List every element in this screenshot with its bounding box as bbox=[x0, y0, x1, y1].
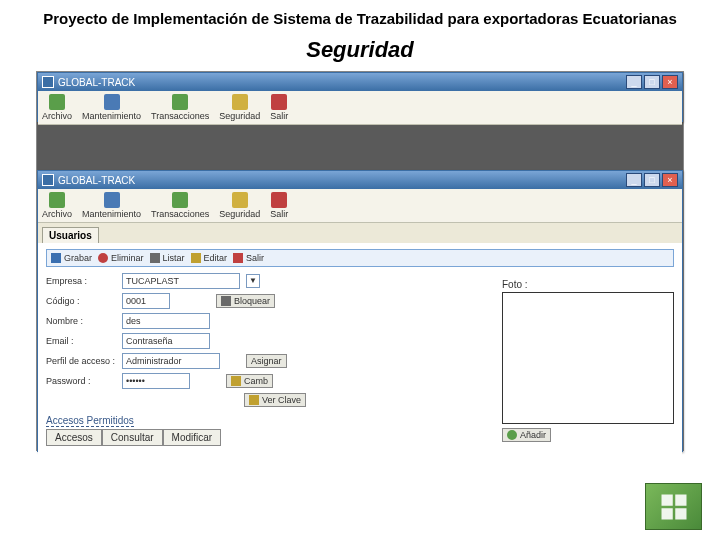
btn-bloquear[interactable]: Bloquear bbox=[216, 294, 275, 308]
col-accesos: Accesos bbox=[46, 429, 102, 446]
chevron-down-icon[interactable]: ▼ bbox=[246, 274, 260, 288]
tb-mantenimiento-2[interactable]: Mantenimiento bbox=[82, 192, 141, 219]
col-consultar: Consultar bbox=[102, 429, 163, 446]
btn-listar[interactable]: Listar bbox=[150, 253, 185, 263]
input-password[interactable]: •••••• bbox=[122, 373, 190, 389]
tb-seguridad[interactable]: Seguridad bbox=[219, 94, 260, 121]
photo-panel: Foto : Añadir bbox=[502, 279, 672, 442]
btn-grabar[interactable]: Grabar bbox=[51, 253, 92, 263]
archivo-icon bbox=[49, 192, 65, 208]
archivo-icon bbox=[49, 94, 65, 110]
btn-asignar[interactable]: Asignar bbox=[246, 354, 287, 368]
salir-icon bbox=[271, 94, 287, 110]
section-heading: Seguridad bbox=[0, 37, 720, 63]
maximize-button[interactable]: □ bbox=[644, 75, 660, 89]
select-empresa[interactable]: TUCAPLAST bbox=[122, 273, 240, 289]
svg-rect-2 bbox=[661, 508, 672, 519]
label-password: Password : bbox=[46, 376, 116, 386]
accesos-title: Accesos Permitidos bbox=[46, 415, 134, 427]
svg-rect-3 bbox=[675, 508, 686, 519]
input-perfil[interactable]: Administrador bbox=[122, 353, 220, 369]
tb-archivo[interactable]: Archivo bbox=[42, 94, 72, 121]
input-nombre[interactable]: des bbox=[122, 313, 210, 329]
svg-rect-1 bbox=[675, 494, 686, 505]
label-email: Email : bbox=[46, 336, 116, 346]
input-email[interactable]: Contraseña bbox=[122, 333, 210, 349]
btn-anadir-foto[interactable]: Añadir bbox=[502, 428, 551, 442]
windows-logo bbox=[645, 483, 702, 530]
app-icon bbox=[42, 76, 54, 88]
delete-icon bbox=[98, 253, 108, 263]
seguridad-icon bbox=[232, 192, 248, 208]
tb-transacciones[interactable]: Transacciones bbox=[151, 94, 209, 121]
col-modificar: Modificar bbox=[163, 429, 222, 446]
window-main-1: GLOBAL-TRACK _ □ × Archivo Mantenimiento… bbox=[37, 72, 683, 122]
minimize-button[interactable]: _ bbox=[626, 173, 642, 187]
titlebar-1: GLOBAL-TRACK _ □ × bbox=[38, 73, 682, 91]
btn-eliminar[interactable]: Eliminar bbox=[98, 253, 144, 263]
tb-salir[interactable]: Salir bbox=[270, 94, 288, 121]
label-perfil: Perfil de acceso : bbox=[46, 356, 116, 366]
tb-transacciones-2[interactable]: Transacciones bbox=[151, 192, 209, 219]
mantenimiento-icon bbox=[104, 94, 120, 110]
windows-icon bbox=[659, 492, 689, 522]
btn-ver-clave[interactable]: Ver Clave bbox=[244, 393, 306, 407]
exit-icon bbox=[233, 253, 243, 263]
toolbar-2: Archivo Mantenimiento Transacciones Segu… bbox=[38, 189, 682, 223]
svg-rect-0 bbox=[661, 494, 672, 505]
form-panel: Grabar Eliminar Listar Editar Salir Empr… bbox=[38, 243, 682, 469]
slide-title: Proyecto de Implementación de Sistema de… bbox=[0, 0, 720, 33]
btn-salir-sub[interactable]: Salir bbox=[233, 253, 264, 263]
seguridad-icon bbox=[232, 94, 248, 110]
tab-usuarios[interactable]: Usuarios bbox=[42, 227, 99, 243]
label-codigo: Código : bbox=[46, 296, 116, 306]
titlebar-2: GLOBAL-TRACK _ □ × bbox=[38, 171, 682, 189]
lock-icon bbox=[221, 296, 231, 306]
tb-mantenimiento[interactable]: Mantenimiento bbox=[82, 94, 141, 121]
sub-toolbar: Grabar Eliminar Listar Editar Salir bbox=[46, 249, 674, 267]
minimize-button[interactable]: _ bbox=[626, 75, 642, 89]
list-icon bbox=[150, 253, 160, 263]
app-desktop: GLOBAL-TRACK _ □ × Archivo Mantenimiento… bbox=[36, 71, 684, 451]
window-main-2: GLOBAL-TRACK _ □ × Archivo Mantenimiento… bbox=[37, 170, 683, 452]
tb-salir-2[interactable]: Salir bbox=[270, 192, 288, 219]
plus-icon bbox=[507, 430, 517, 440]
label-empresa: Empresa : bbox=[46, 276, 116, 286]
toolbar-1: Archivo Mantenimiento Transacciones Segu… bbox=[38, 91, 682, 125]
key-icon bbox=[249, 395, 259, 405]
btn-editar[interactable]: Editar bbox=[191, 253, 228, 263]
window-title-2: GLOBAL-TRACK bbox=[58, 175, 626, 186]
transacciones-icon bbox=[172, 192, 188, 208]
btn-camb[interactable]: Camb bbox=[226, 374, 273, 388]
close-button[interactable]: × bbox=[662, 75, 678, 89]
close-button[interactable]: × bbox=[662, 173, 678, 187]
label-foto: Foto : bbox=[502, 279, 672, 290]
salir-icon bbox=[271, 192, 287, 208]
mantenimiento-icon bbox=[104, 192, 120, 208]
transacciones-icon bbox=[172, 94, 188, 110]
photo-frame bbox=[502, 292, 674, 424]
key-icon bbox=[231, 376, 241, 386]
maximize-button[interactable]: □ bbox=[644, 173, 660, 187]
window-title-1: GLOBAL-TRACK bbox=[58, 77, 626, 88]
save-icon bbox=[51, 253, 61, 263]
label-nombre: Nombre : bbox=[46, 316, 116, 326]
edit-icon bbox=[191, 253, 201, 263]
tb-seguridad-2[interactable]: Seguridad bbox=[219, 192, 260, 219]
input-codigo[interactable]: 0001 bbox=[122, 293, 170, 309]
app-icon bbox=[42, 174, 54, 186]
tb-archivo-2[interactable]: Archivo bbox=[42, 192, 72, 219]
